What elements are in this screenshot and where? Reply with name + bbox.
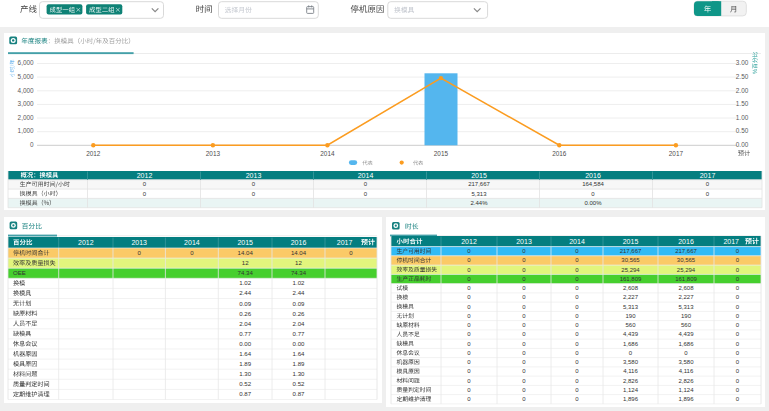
svg-text:2.04: 2.04 <box>239 320 251 327</box>
svg-text:2,608: 2,608 <box>623 285 639 291</box>
svg-text:2017: 2017 <box>723 238 739 245</box>
svg-text:5,313: 5,313 <box>678 304 694 310</box>
svg-text:2012: 2012 <box>137 172 153 179</box>
svg-text:2012: 2012 <box>461 238 477 245</box>
svg-text:0.00: 0.00 <box>239 340 251 347</box>
svg-text:2015: 2015 <box>237 239 253 246</box>
svg-text:2,608: 2,608 <box>678 285 694 291</box>
svg-text:0.09: 0.09 <box>239 300 251 307</box>
svg-text:2.44: 2.44 <box>239 289 251 296</box>
svg-text:161,809: 161,809 <box>620 276 642 282</box>
svg-text:25,294: 25,294 <box>621 267 640 273</box>
svg-text:0.77: 0.77 <box>293 330 305 337</box>
svg-text:217,667: 217,667 <box>620 248 642 254</box>
svg-text:2,000: 2,000 <box>18 114 34 121</box>
svg-text:161,809: 161,809 <box>675 276 697 282</box>
svg-text:2014: 2014 <box>358 172 374 179</box>
svg-text:2014: 2014 <box>320 150 335 157</box>
svg-text:2016: 2016 <box>291 239 307 246</box>
svg-text:2016: 2016 <box>678 238 694 245</box>
svg-text:0.00%: 0.00% <box>584 200 602 206</box>
svg-text:4,439: 4,439 <box>678 331 694 337</box>
svg-text:2,227: 2,227 <box>678 294 694 300</box>
svg-text:12: 12 <box>242 259 249 266</box>
svg-text:0.50: 0.50 <box>736 127 749 134</box>
svg-text:560: 560 <box>625 322 636 328</box>
svg-text:5,313: 5,313 <box>623 304 639 310</box>
svg-text:0.77: 0.77 <box>239 330 251 337</box>
svg-text:1,896: 1,896 <box>678 396 694 402</box>
svg-text:2,826: 2,826 <box>678 378 694 384</box>
svg-text:0.52: 0.52 <box>239 380 251 387</box>
svg-text:25,294: 25,294 <box>677 267 696 273</box>
svg-text:1,124: 1,124 <box>623 387 639 393</box>
svg-text:2.04: 2.04 <box>293 320 305 327</box>
svg-text:2.50: 2.50 <box>736 73 749 80</box>
svg-text:5,000: 5,000 <box>18 73 34 80</box>
svg-text:2017: 2017 <box>669 150 684 157</box>
svg-text:1.00: 1.00 <box>736 114 749 121</box>
svg-text:2,227: 2,227 <box>623 294 639 300</box>
svg-text:1,124: 1,124 <box>678 387 694 393</box>
svg-text:74.34: 74.34 <box>238 269 254 276</box>
svg-text:14.04: 14.04 <box>238 249 254 256</box>
svg-text:0.87: 0.87 <box>293 390 305 397</box>
svg-text:1.89: 1.89 <box>293 360 305 367</box>
svg-text:3.00: 3.00 <box>736 59 749 66</box>
svg-text:2013: 2013 <box>206 150 221 157</box>
svg-text:2017: 2017 <box>337 239 353 246</box>
svg-text:164,584: 164,584 <box>582 181 604 187</box>
svg-text:4,439: 4,439 <box>623 331 639 337</box>
svg-text:2015: 2015 <box>623 238 639 245</box>
svg-text:74.34: 74.34 <box>291 269 307 276</box>
svg-text:1.89: 1.89 <box>239 360 251 367</box>
svg-text:0: 0 <box>138 249 142 256</box>
svg-text:1.02: 1.02 <box>293 279 305 286</box>
svg-text:4,116: 4,116 <box>679 368 694 374</box>
svg-text:217,667: 217,667 <box>468 181 490 187</box>
svg-text:2016: 2016 <box>552 150 567 157</box>
svg-text:2013: 2013 <box>516 238 532 245</box>
svg-text:2015: 2015 <box>434 150 449 157</box>
svg-text:2,826: 2,826 <box>623 378 639 384</box>
svg-text:1,686: 1,686 <box>678 341 694 347</box>
svg-text:1.02: 1.02 <box>239 279 251 286</box>
svg-text:2013: 2013 <box>131 239 147 246</box>
svg-text:0.00: 0.00 <box>736 141 749 148</box>
svg-text:2016: 2016 <box>585 172 601 179</box>
svg-text:5,313: 5,313 <box>471 191 487 197</box>
svg-text:560: 560 <box>681 322 692 328</box>
svg-text:2013: 2013 <box>246 172 262 179</box>
svg-text:190: 190 <box>681 313 692 319</box>
svg-text:0.87: 0.87 <box>239 390 251 397</box>
svg-text:190: 190 <box>625 313 636 319</box>
svg-text:0.26: 0.26 <box>293 310 305 317</box>
svg-text:12: 12 <box>295 259 302 266</box>
svg-text:30,565: 30,565 <box>621 257 640 263</box>
svg-text:2.00: 2.00 <box>736 87 749 94</box>
svg-text:0: 0 <box>30 141 34 148</box>
svg-text:3,000: 3,000 <box>18 100 34 107</box>
svg-text:0.00: 0.00 <box>293 340 305 347</box>
svg-text:217,667: 217,667 <box>675 248 697 254</box>
svg-text:1.30: 1.30 <box>239 370 251 377</box>
svg-text:0.09: 0.09 <box>293 300 305 307</box>
svg-text:1,000: 1,000 <box>18 127 34 134</box>
svg-text:1,896: 1,896 <box>623 396 639 402</box>
svg-text:1.64: 1.64 <box>239 350 251 357</box>
svg-text:2014: 2014 <box>184 239 200 246</box>
svg-text:0.52: 0.52 <box>293 380 305 387</box>
svg-text:1.30: 1.30 <box>293 370 305 377</box>
svg-text:2.44%: 2.44% <box>470 200 488 206</box>
svg-text:2012: 2012 <box>86 150 101 157</box>
svg-text:30,565: 30,565 <box>677 257 696 263</box>
svg-text:0: 0 <box>190 249 194 256</box>
svg-text:6,000: 6,000 <box>18 59 34 66</box>
svg-text:2015: 2015 <box>471 172 487 179</box>
svg-text:2012: 2012 <box>78 239 94 246</box>
svg-text:OEE: OEE <box>13 269 26 276</box>
svg-text:1.64: 1.64 <box>293 350 305 357</box>
svg-text:0.26: 0.26 <box>239 310 251 317</box>
svg-text:2.44: 2.44 <box>293 289 305 296</box>
svg-text:2017: 2017 <box>700 172 716 179</box>
